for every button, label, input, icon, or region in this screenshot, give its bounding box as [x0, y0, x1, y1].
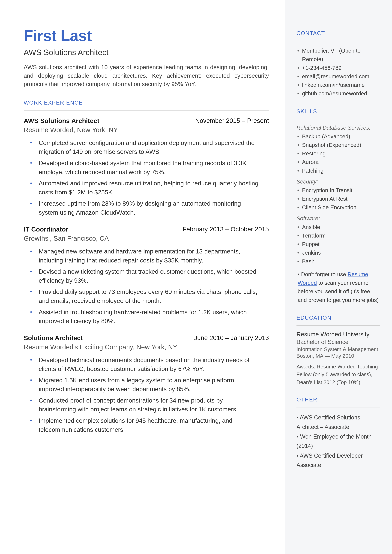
candidate-title: AWS Solutions Architect — [24, 48, 269, 57]
skill-item: Patching — [296, 167, 380, 175]
other-item: • Won Employee of the Month (2014) — [296, 432, 380, 451]
skill-item: Aurora — [296, 158, 380, 166]
main-column: First Last AWS Solutions Architect AWS s… — [0, 0, 285, 554]
job-bullet: Conducted proof-of-concept demonstration… — [39, 396, 269, 414]
job-company: Resume Worded's Exciting Company, New Yo… — [24, 343, 269, 351]
edu-degree: Bachelor of Science — [296, 339, 380, 345]
divider — [296, 325, 380, 326]
candidate-name: First Last — [24, 27, 269, 45]
edu-field: Information System & Management — [296, 346, 380, 352]
other-item: • AWS Certified Solutions Architect – As… — [296, 413, 380, 432]
contact-item: Montpelier, VT (Open to Remote) — [296, 46, 380, 64]
other-item: • AWS Certified Developer – Associate. — [296, 451, 380, 470]
job-entry: Solutions ArchitectJune 2010 – January 2… — [24, 334, 269, 434]
contact-heading: CONTACT — [296, 30, 380, 36]
jobs-list: AWS Solutions ArchitectNovember 2015 – P… — [24, 117, 269, 434]
job-entry: AWS Solutions ArchitectNovember 2015 – P… — [24, 117, 269, 217]
skills-list: Relational Database Services:Backup (Adv… — [296, 125, 380, 266]
job-company: Growthsi, San Francisco, CA — [24, 235, 269, 242]
skills-tip: • Don't forget to use Resume Worded to s… — [296, 270, 380, 304]
job-bullet: Devised a new ticketing system that trac… — [39, 267, 269, 285]
skill-item: Restoring — [296, 149, 380, 158]
edu-awards: Awards: Resume Worded Teaching Fellow (o… — [296, 363, 380, 386]
sidebar-column: CONTACT Montpelier, VT (Open to Remote)+… — [285, 0, 392, 554]
skill-group-title: Relational Database Services: — [296, 125, 380, 131]
skill-item: Encryption In Transit — [296, 186, 380, 195]
divider — [24, 110, 269, 111]
job-bullet: Assisted in troubleshooting hardware-rel… — [39, 308, 269, 326]
education-section: EDUCATION Resume Worded University Bache… — [296, 315, 380, 386]
contact-item: github.com/resumeworded — [296, 89, 380, 98]
job-dates: February 2013 – October 2015 — [182, 226, 269, 233]
edu-school: Resume Worded University — [296, 331, 380, 338]
job-bullet: Completed server configuration and appli… — [39, 139, 269, 156]
summary-text: AWS solutions architect with 10 years of… — [24, 63, 269, 88]
job-bullet: Automated and improved resource utilizat… — [39, 179, 269, 197]
job-bullet: Managed new software and hardware implem… — [39, 247, 269, 265]
work-experience-heading: WORK EXPERIENCE — [24, 99, 269, 106]
skills-section: SKILLS Relational Database Services:Back… — [296, 108, 380, 304]
job-bullet: Implemented complex solutions for 945 he… — [39, 416, 269, 434]
contact-section: CONTACT Montpelier, VT (Open to Remote)+… — [296, 30, 380, 98]
other-heading: OTHER — [296, 396, 380, 403]
contact-list: Montpelier, VT (Open to Remote)+1-234-45… — [296, 46, 380, 98]
job-title: IT Coordinator — [24, 226, 68, 233]
skill-item: Terraform — [296, 231, 380, 240]
job-bullet: Developed a cloud-based system that moni… — [39, 159, 269, 176]
contact-item: email@resumeworded.com — [296, 72, 380, 81]
job-bullet: Increased uptime from 23% to 89% by desi… — [39, 199, 269, 217]
skill-item: Client Side Encryption — [296, 203, 380, 212]
divider — [296, 407, 380, 407]
job-bullet: Migrated 1.5K end users from a legacy sy… — [39, 376, 269, 394]
education-heading: EDUCATION — [296, 315, 380, 321]
job-entry: IT CoordinatorFebruary 2013 – October 20… — [24, 226, 269, 325]
job-bullet: Provided daily support to 73 employees e… — [39, 288, 269, 305]
skill-item: Jenkins — [296, 248, 380, 257]
job-bullet: Developed technical requirements documen… — [39, 356, 269, 373]
job-company: Resume Worded, New York, NY — [24, 126, 269, 134]
skill-item: Backup (Advanced) — [296, 132, 380, 141]
skill-item: Bash — [296, 257, 380, 266]
edu-location: Boston, MA — May 2010 — [296, 353, 380, 359]
other-section: OTHER • AWS Certified Solutions Architec… — [296, 396, 380, 470]
contact-item: +1-234-456-789 — [296, 64, 380, 72]
skill-item: Ansible — [296, 223, 380, 231]
skill-item: Encryption At Rest — [296, 195, 380, 203]
other-list: • AWS Certified Solutions Architect – As… — [296, 413, 380, 470]
skill-item: Snapshot (Experienced) — [296, 141, 380, 149]
job-title: Solutions Architect — [24, 334, 83, 342]
contact-item: linkedin.com/in/username — [296, 81, 380, 89]
skills-heading: SKILLS — [296, 108, 380, 114]
skill-group-title: Software: — [296, 215, 380, 222]
job-dates: November 2015 – Present — [195, 117, 269, 125]
skill-item: Puppet — [296, 240, 380, 248]
divider — [296, 119, 380, 119]
job-dates: June 2010 – January 2013 — [194, 334, 269, 342]
divider — [296, 41, 380, 41]
job-title: AWS Solutions Architect — [24, 117, 99, 125]
skill-group-title: Security: — [296, 178, 380, 185]
